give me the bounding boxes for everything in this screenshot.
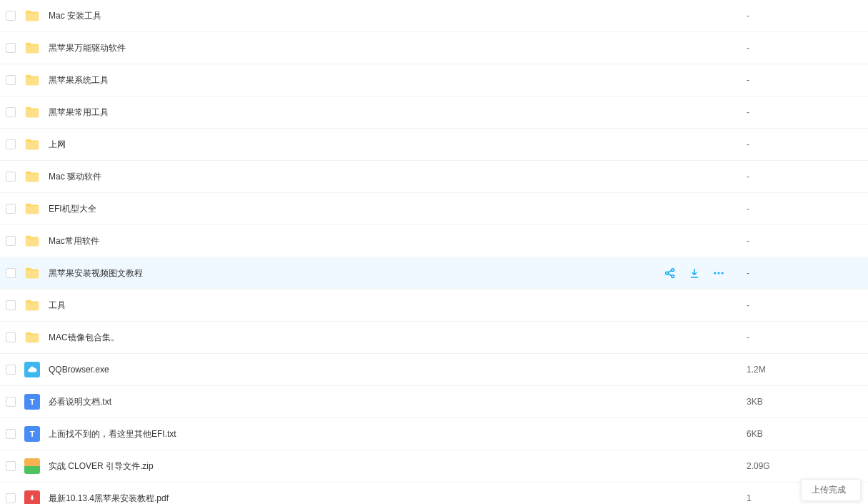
file-row[interactable]: EFI机型大全-	[0, 193, 868, 225]
download-button[interactable]	[688, 267, 701, 280]
row-checkbox[interactable]	[6, 11, 16, 21]
file-row[interactable]: MAC镜像包合集。-	[0, 322, 868, 354]
file-row[interactable]: QQBrowser.exe1.2M	[0, 354, 868, 386]
file-name[interactable]: MAC镜像包合集。	[49, 332, 739, 344]
row-checkbox[interactable]	[6, 75, 16, 85]
file-size: -	[739, 332, 868, 342]
folder-icon	[24, 297, 40, 313]
row-checkbox[interactable]	[6, 139, 16, 149]
more-button[interactable]	[712, 267, 725, 280]
file-row[interactable]: 黑苹果安装视频图文教程-	[0, 257, 868, 290]
file-name[interactable]: 黑苹果常用工具	[49, 107, 739, 119]
folder-icon	[24, 72, 40, 88]
row-actions	[664, 267, 725, 280]
file-name[interactable]: QQBrowser.exe	[49, 365, 739, 375]
folder-icon	[24, 330, 40, 345]
row-checkbox[interactable]	[6, 429, 16, 439]
folder-icon	[24, 265, 40, 281]
exe-icon	[27, 365, 37, 375]
file-size: -	[739, 268, 868, 278]
row-checkbox[interactable]	[6, 268, 16, 278]
row-checkbox[interactable]	[6, 107, 16, 117]
folder-icon	[24, 297, 40, 313]
file-size: 3KB	[739, 397, 868, 407]
file-size: -	[739, 43, 868, 53]
file-name[interactable]: 上网	[49, 139, 739, 151]
file-size: -	[739, 300, 868, 310]
folder-icon	[24, 8, 40, 24]
more-icon	[712, 267, 725, 280]
file-row[interactable]: 实战 CLOVER 引导文件.zip2.09G	[0, 450, 868, 483]
download-icon	[688, 267, 701, 280]
file-name[interactable]: 黑苹果安装视频图文教程	[49, 267, 664, 280]
file-name[interactable]: Mac 驱动软件	[49, 171, 739, 183]
file-size: 6KB	[739, 429, 868, 439]
row-checkbox[interactable]	[6, 172, 16, 182]
folder-icon	[24, 40, 40, 56]
file-row[interactable]: T上面找不到的，看这里其他EFI.txt6KB	[0, 418, 868, 450]
row-checkbox[interactable]	[6, 397, 16, 407]
file-size: -	[739, 11, 868, 21]
txt-file-icon: T	[24, 426, 40, 442]
file-size: -	[739, 139, 868, 149]
file-size: -	[739, 107, 868, 117]
file-row[interactable]: Mac 安装工具-	[0, 0, 868, 32]
folder-icon	[24, 233, 40, 249]
zip-file-icon	[24, 458, 40, 474]
folder-icon	[24, 265, 40, 281]
file-name[interactable]: EFI机型大全	[49, 203, 739, 215]
file-row[interactable]: 黑苹果系统工具-	[0, 64, 868, 97]
row-checkbox[interactable]	[6, 236, 16, 246]
file-row[interactable]: 上网-	[0, 129, 868, 161]
row-checkbox[interactable]	[6, 365, 16, 375]
row-checkbox[interactable]	[6, 43, 16, 53]
row-checkbox[interactable]	[6, 461, 16, 471]
folder-icon	[24, 104, 40, 120]
folder-icon	[24, 201, 40, 217]
share-button[interactable]	[664, 267, 677, 280]
row-checkbox[interactable]	[6, 332, 16, 342]
file-row[interactable]: 最新10.13.4黑苹果安装教程.pdf1	[0, 483, 868, 504]
file-name[interactable]: 黑苹果万能驱动软件	[49, 42, 739, 54]
folder-icon	[24, 137, 40, 152]
file-size: 1.2M	[739, 365, 868, 375]
pdf-file-icon	[24, 490, 40, 504]
folder-icon	[24, 330, 40, 345]
folder-icon	[24, 169, 40, 184]
exe-file-icon	[24, 362, 40, 377]
folder-icon	[24, 137, 40, 152]
folder-icon	[24, 201, 40, 217]
file-name[interactable]: 工具	[49, 300, 739, 312]
file-row[interactable]: T必看说明文档.txt3KB	[0, 386, 868, 418]
folder-icon	[24, 169, 40, 184]
file-row[interactable]: 工具-	[0, 290, 868, 322]
upload-toast: 上传完成	[801, 479, 861, 501]
row-checkbox[interactable]	[6, 300, 16, 310]
file-name[interactable]: 黑苹果系统工具	[49, 74, 739, 87]
row-checkbox[interactable]	[6, 204, 16, 214]
file-name[interactable]: Mac常用软件	[49, 235, 739, 247]
svg-point-5	[722, 272, 724, 275]
file-size: 2.09G	[739, 461, 868, 471]
file-name[interactable]: 最新10.13.4黑苹果安装教程.pdf	[49, 493, 739, 505]
row-checkbox[interactable]	[6, 493, 16, 503]
file-name[interactable]: Mac 安装工具	[49, 10, 739, 22]
file-list: Mac 安装工具-黑苹果万能驱动软件-黑苹果系统工具-黑苹果常用工具-上网-Ma…	[0, 0, 868, 504]
file-name[interactable]: 实战 CLOVER 引导文件.zip	[49, 460, 739, 473]
file-row[interactable]: Mac常用软件-	[0, 225, 868, 257]
folder-icon	[24, 104, 40, 120]
share-icon	[664, 267, 677, 280]
file-name[interactable]: 必看说明文档.txt	[49, 396, 739, 408]
file-row[interactable]: 黑苹果常用工具-	[0, 97, 868, 129]
file-row[interactable]: Mac 驱动软件-	[0, 161, 868, 193]
file-name[interactable]: 上面找不到的，看这里其他EFI.txt	[49, 428, 739, 440]
file-size: -	[739, 75, 868, 85]
txt-file-icon: T	[24, 394, 40, 410]
folder-icon	[24, 8, 40, 24]
file-size: -	[739, 236, 868, 246]
file-row[interactable]: 黑苹果万能驱动软件-	[0, 32, 868, 64]
file-size: -	[739, 204, 868, 214]
file-size: -	[739, 172, 868, 182]
svg-point-3	[714, 272, 716, 275]
pdf-icon	[28, 494, 36, 503]
